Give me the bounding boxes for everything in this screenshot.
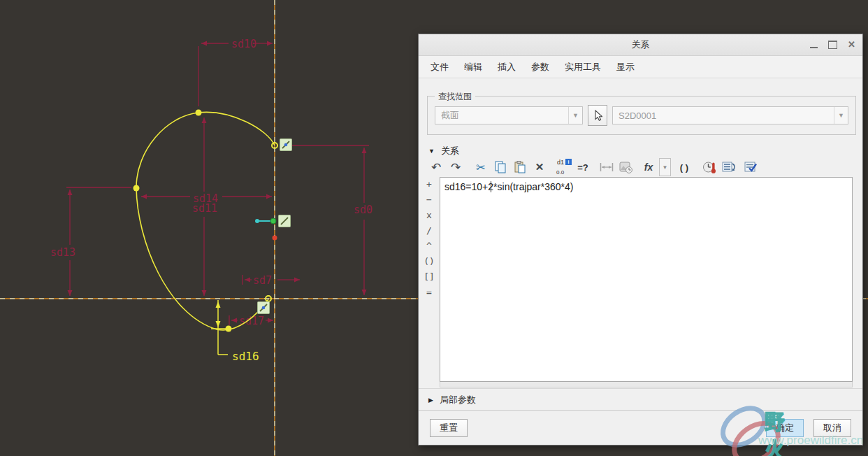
dialog-titlebar[interactable]: 关系 ✕ (419, 34, 862, 56)
window-controls: ✕ (810, 34, 855, 55)
relations-editor[interactable]: sd16=10+2*sin(trajpar*360*4) (440, 177, 853, 382)
dimension-sd17: sd17 (229, 315, 273, 327)
reference-point-red[interactable] (273, 236, 277, 241)
close-icon[interactable]: ✕ (848, 34, 855, 55)
operator-divide[interactable]: / (426, 225, 432, 236)
copy-icon[interactable] (491, 158, 509, 176)
brackets-icon[interactable]: ( ) (675, 158, 693, 176)
function-dropdown-icon[interactable]: ▼ (659, 158, 671, 176)
operator-keypad: + − x / ^ () [] = (419, 177, 440, 382)
dim-label-sd7[interactable]: sd7 (253, 274, 272, 287)
scope-type-select[interactable]: 截面 ▼ (435, 106, 583, 124)
collapse-triangle-icon[interactable]: ▼ (428, 148, 435, 155)
menu-file[interactable]: 文件 (423, 57, 456, 77)
point-left[interactable] (133, 185, 140, 192)
trajectory-direction[interactable] (255, 218, 276, 224)
dimension-sd10: sd10 (198, 38, 273, 106)
reset-button[interactable]: 重置 (430, 419, 468, 437)
dimension-sd7: sd7 (243, 274, 300, 287)
delete-icon[interactable]: ✕ (530, 158, 549, 176)
expand-triangle-icon[interactable]: ▶ (428, 397, 433, 404)
paste-icon[interactable] (511, 158, 529, 176)
select-item-button[interactable] (588, 105, 607, 126)
local-params-section-header[interactable]: ▶ 局部参数 (419, 388, 862, 411)
menu-parameters[interactable]: 参数 (523, 57, 557, 77)
cursor-arrow-icon (593, 110, 602, 121)
menubar: 文件 编辑 插入 参数 实用工具 显示 (419, 56, 862, 78)
units-icon[interactable] (700, 158, 718, 176)
insert-from-file-icon[interactable] (617, 158, 635, 176)
menu-show[interactable]: 显示 (609, 57, 642, 77)
point-top[interactable] (196, 110, 202, 116)
relations-section-label: 关系 (441, 145, 459, 157)
operator-parens[interactable]: () (424, 256, 435, 267)
find-scope-legend: 查找范围 (435, 91, 475, 103)
dim-label-sd0[interactable]: sd0 (354, 204, 372, 216)
constraint-icon-tangent-bottom[interactable] (258, 302, 270, 314)
toggle-dimension-display-icon[interactable]: d1 i 0.0 (554, 158, 572, 176)
dim-label-sd13[interactable]: sd13 (50, 246, 75, 259)
operator-power[interactable]: ^ (426, 241, 432, 252)
evaluate-icon[interactable]: =? (574, 158, 592, 176)
relation-expression: sd16=10+2*sin(trajpar*360*4) (444, 181, 848, 192)
verify-icon[interactable] (742, 158, 760, 176)
point-bottom[interactable] (226, 326, 232, 332)
app-stage: sd10 sd14 sd11 sd13 (0, 0, 868, 456)
find-scope-row: 截面 ▼ S2D0001 ▼ (435, 105, 848, 126)
constraint-icon-tangent-top[interactable] (280, 139, 292, 151)
constraint-icon-mid[interactable] (279, 215, 291, 227)
dialog-footer: 重置 确定 取消 (419, 410, 862, 445)
relations-dialog: 关系 ✕ 文件 编辑 插入 参数 实用工具 显示 查找范围 截面 ▼ (418, 34, 863, 446)
minimize-icon[interactable] (810, 47, 818, 48)
undo-icon[interactable]: ↶ (427, 158, 445, 176)
dimension-sd14-sd11: sd14 sd11 (141, 117, 272, 296)
operator-brackets[interactable]: [] (424, 271, 435, 283)
dim-top-text: d1 (557, 159, 564, 166)
menu-edit[interactable]: 编辑 (456, 57, 490, 77)
spline-curve[interactable] (136, 112, 275, 330)
measure-icon[interactable] (598, 158, 616, 176)
sort-relations-icon[interactable] (720, 158, 738, 176)
dialog-title: 关系 (419, 34, 862, 55)
dim-label-sd11[interactable]: sd11 (192, 202, 217, 215)
find-scope-group: 查找范围 截面 ▼ S2D0001 ▼ (427, 96, 856, 135)
operator-plus[interactable]: + (426, 179, 432, 190)
operator-equals[interactable]: = (426, 287, 432, 298)
scope-name-select[interactable]: S2D0001 ▼ (612, 106, 848, 124)
relations-section-header[interactable]: ▼ 关系 (428, 145, 459, 157)
menu-utilities[interactable]: 实用工具 (557, 57, 609, 77)
editor-horizontal-scrollbar[interactable] (440, 382, 853, 387)
text-caret (491, 181, 491, 192)
operator-multiply[interactable]: x (426, 210, 432, 221)
dimension-sd16: sd16 (211, 300, 259, 363)
info-badge: i (565, 159, 572, 165)
dim-label-sd10[interactable]: sd10 (231, 38, 256, 50)
dimension-sd13: sd13 (50, 187, 131, 296)
local-params-label: 局部参数 (440, 394, 476, 406)
scope-type-value: 截面 (441, 109, 459, 122)
cancel-button[interactable]: 取消 (813, 419, 851, 437)
cut-icon[interactable]: ✂ (472, 158, 490, 176)
redo-icon[interactable]: ↷ (447, 158, 465, 176)
chevron-down-icon[interactable]: ▼ (834, 107, 848, 124)
dim-label-sd16[interactable]: sd16 (232, 350, 259, 363)
maximize-icon[interactable] (828, 41, 837, 49)
dimension-sd0: sd0 (286, 145, 372, 295)
menu-insert[interactable]: 插入 (490, 57, 523, 77)
operator-minus[interactable]: − (426, 194, 432, 206)
function-icon[interactable]: fx (639, 158, 658, 176)
scope-name-value: S2D0001 (619, 111, 656, 121)
ok-button[interactable]: 确定 (766, 419, 804, 437)
chevron-down-icon[interactable]: ▼ (568, 107, 582, 124)
relations-toolbar: ↶ ↷ ✂ ✕ d1 i 0.0 (427, 157, 760, 177)
dim-bottom-text: 0.0 (556, 169, 564, 176)
dim-label-sd17[interactable]: sd17 (239, 315, 264, 327)
